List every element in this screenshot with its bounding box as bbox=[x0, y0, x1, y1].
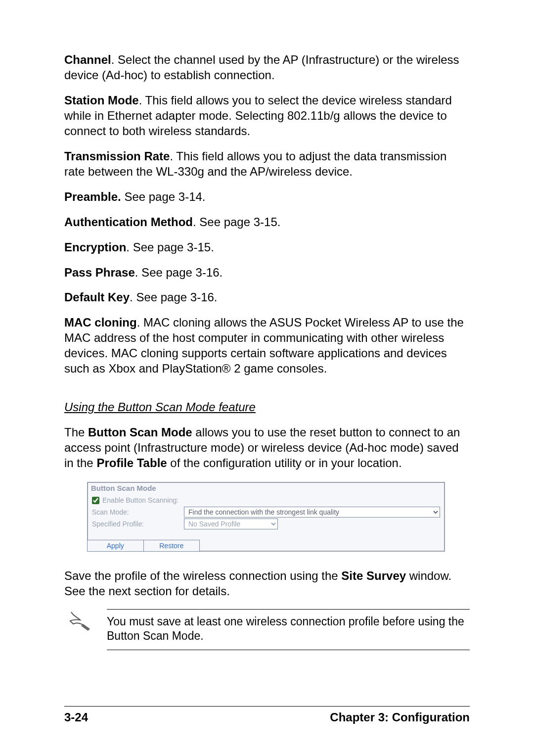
note-text: You must save at least one wireless conn… bbox=[107, 609, 470, 650]
term-transmission-rate: Transmission Rate bbox=[64, 149, 170, 163]
specified-profile-row: Specified Profile: No Saved Profile bbox=[92, 518, 440, 530]
paragraph-encryption: Encryption. See page 3-15. bbox=[64, 240, 470, 255]
apply-button[interactable]: Apply bbox=[88, 540, 144, 551]
text-default-key: . See page 3-16. bbox=[130, 290, 217, 304]
paragraph-auth-method: Authentication Method. See page 3-15. bbox=[64, 215, 470, 230]
chapter-label: Chapter 3: Configuration bbox=[330, 710, 470, 724]
paragraph-pass-phrase: Pass Phrase. See page 3-16. bbox=[64, 265, 470, 281]
page-footer: 3-24 Chapter 3: Configuration bbox=[64, 706, 470, 724]
panel-title: Button Scan Mode bbox=[88, 483, 444, 492]
scan-mode-select[interactable]: Find the connection with the strongest l… bbox=[184, 507, 440, 518]
panel-body: Enable Button Scanning: Scan Mode: Find … bbox=[88, 492, 444, 535]
subheading-button-scan-mode: Using the Button Scan Mode feature bbox=[64, 400, 470, 414]
paragraph-after-panel: Save the profile of the wireless connect… bbox=[64, 568, 470, 599]
term-auth-method: Authentication Method bbox=[64, 215, 193, 229]
paragraph-transmission-rate: Transmission Rate. This field allows you… bbox=[64, 149, 470, 180]
term-station-mode: Station Mode bbox=[64, 94, 139, 107]
text-channel: . Select the channel used by the AP (Inf… bbox=[64, 53, 459, 82]
page-number: 3-24 bbox=[64, 710, 88, 724]
text-encryption: . See page 3-15. bbox=[126, 240, 214, 254]
bsm-term2: Profile Table bbox=[96, 456, 167, 470]
bsm-term1: Button Scan Mode bbox=[88, 425, 192, 439]
manual-page: Channel. Select the channel used by the … bbox=[0, 0, 534, 756]
term-mac-cloning: MAC cloning bbox=[64, 316, 137, 329]
enable-button-scanning-checkbox[interactable] bbox=[92, 497, 99, 504]
term-default-key: Default Key bbox=[64, 290, 130, 304]
enable-button-scanning-label: Enable Button Scanning: bbox=[102, 496, 178, 504]
term-encryption: Encryption bbox=[64, 240, 126, 254]
term-preamble: Preamble. bbox=[64, 190, 121, 203]
panel-button-bar: Apply Restore bbox=[87, 540, 200, 552]
paragraph-station-mode: Station Mode. This field allows you to s… bbox=[64, 93, 470, 139]
note-pen-icon bbox=[64, 609, 96, 633]
term-pass-phrase: Pass Phrase bbox=[64, 266, 135, 279]
text-auth-method: . See page 3-15. bbox=[193, 215, 280, 229]
after-panel-pre: Save the profile of the wireless connect… bbox=[64, 569, 341, 582]
scan-mode-label: Scan Mode: bbox=[92, 508, 184, 516]
term-channel: Channel bbox=[64, 53, 111, 66]
button-scan-mode-panel: Button Scan Mode Enable Button Scanning:… bbox=[87, 482, 445, 552]
paragraph-mac-cloning: MAC cloning. MAC cloning allows the ASUS… bbox=[64, 315, 470, 377]
paragraph-default-key: Default Key. See page 3-16. bbox=[64, 290, 470, 305]
bsm-post: of the configuration utility or in your … bbox=[167, 456, 402, 470]
enable-button-scanning-row: Enable Button Scanning: bbox=[92, 494, 440, 506]
text-pass-phrase: . See page 3-16. bbox=[135, 266, 222, 279]
specified-profile-label: Specified Profile: bbox=[92, 520, 184, 528]
specified-profile-select[interactable]: No Saved Profile bbox=[184, 519, 278, 529]
text-preamble: See page 3-14. bbox=[121, 190, 206, 203]
restore-button[interactable]: Restore bbox=[144, 540, 200, 551]
paragraph-channel: Channel. Select the channel used by the … bbox=[64, 52, 470, 83]
scan-mode-row: Scan Mode: Find the connection with the … bbox=[92, 506, 440, 518]
after-panel-term: Site Survey bbox=[341, 569, 406, 582]
paragraph-bsm-intro: The Button Scan Mode allows you to use t… bbox=[64, 425, 470, 471]
bsm-pre: The bbox=[64, 425, 88, 439]
note-block: You must save at least one wireless conn… bbox=[64, 609, 470, 650]
paragraph-preamble: Preamble. See page 3-14. bbox=[64, 189, 470, 205]
